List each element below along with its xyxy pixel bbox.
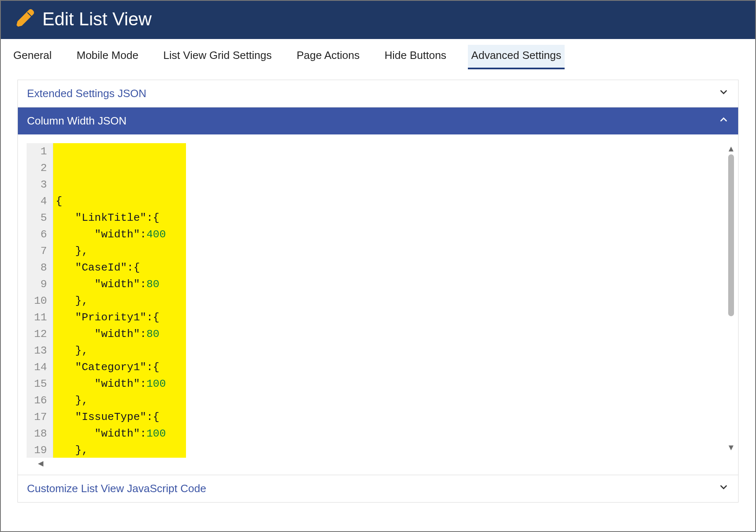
tab-actions[interactable]: Page Actions [293,45,363,69]
tab-mobile[interactable]: Mobile Mode [73,45,142,69]
panel-customize-js: Customize List View JavaScript Code [17,475,739,503]
editor-code-area[interactable]: { "LinkTitle":{ "width":400 }, "CaseId":… [53,143,729,458]
panel-customize-header[interactable]: Customize List View JavaScript Code [18,475,738,502]
page-header: Edit List View [1,1,755,39]
panel-extended-header[interactable]: Extended Settings JSON [18,80,738,107]
chevron-down-icon [718,482,729,495]
panel-extended-settings: Extended Settings JSON [17,80,739,107]
code-editor[interactable]: 12345678910111213141516171819 { "LinkTit… [26,143,730,458]
page-title: Edit List View [42,9,152,29]
scroll-up-arrow-icon[interactable]: ▲ [727,144,735,153]
tab-bar: General Mobile Mode List View Grid Setti… [1,39,755,70]
tab-general[interactable]: General [10,45,55,69]
tab-hide[interactable]: Hide Buttons [381,45,450,69]
content-area: Extended Settings JSON Column Width JSON… [1,70,755,503]
panel-column-width: Column Width JSON 1234567891011121314151… [17,107,739,475]
panel-extended-title: Extended Settings JSON [27,87,147,100]
panel-colwidth-header[interactable]: Column Width JSON [18,107,738,134]
chevron-up-icon [718,114,729,128]
editor-lines: { "LinkTitle":{ "width":400 }, "CaseId":… [53,193,729,458]
chevron-down-icon [718,87,729,100]
scroll-left-arrow-icon[interactable]: ◄ [26,458,730,471]
panel-customize-title: Customize List View JavaScript Code [27,482,206,495]
panel-colwidth-title: Column Width JSON [27,115,127,127]
code-editor-wrap: 12345678910111213141516171819 { "LinkTit… [18,134,738,475]
tab-grid[interactable]: List View Grid Settings [160,45,275,69]
tab-advanced[interactable]: Advanced Settings [468,45,565,69]
editor-gutter: 12345678910111213141516171819 [27,143,53,458]
edit-icon [16,8,36,30]
